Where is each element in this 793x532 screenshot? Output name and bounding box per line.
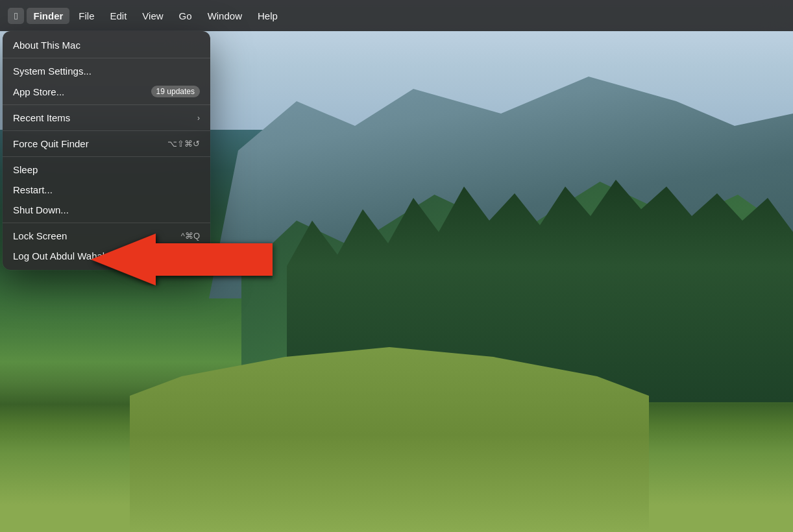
- menubar-help[interactable]: Help: [251, 8, 284, 24]
- menu-item-shutdown[interactable]: Shut Down...: [3, 200, 210, 220]
- menubar-edit[interactable]: Edit: [104, 8, 134, 24]
- menu-separator-1: [3, 58, 210, 58]
- menu-item-sleep[interactable]: Sleep: [3, 160, 210, 180]
- menu-item-recent-items[interactable]: Recent Items ›: [3, 108, 210, 128]
- menubar-view[interactable]: View: [136, 8, 169, 24]
- menu-item-lock-screen[interactable]: Lock Screen ^⌘Q: [3, 226, 210, 246]
- app-store-badge: 19 updates: [151, 86, 200, 97]
- menu-item-about[interactable]: About This Mac: [3, 35, 210, 55]
- apple-menu-dropdown: About This Mac System Settings... App St…: [3, 31, 210, 270]
- menubar-items:  Finder File Edit View Go Window Help: [8, 8, 785, 24]
- menu-separator-3: [3, 130, 210, 131]
- menubar-go[interactable]: Go: [173, 8, 199, 24]
- force-quit-shortcut: ⌥⇧⌘↺: [167, 139, 200, 149]
- menu-item-force-quit[interactable]: Force Quit Finder ⌥⇧⌘↺: [3, 134, 210, 154]
- menu-item-logout[interactable]: Log Out Abdul Wahab... ⇧⌘Q: [3, 246, 210, 266]
- apple-logo: : [14, 10, 18, 21]
- menu-item-restart[interactable]: Restart...: [3, 180, 210, 200]
- menubar-apple[interactable]: : [8, 8, 24, 24]
- menu-item-system-settings[interactable]: System Settings...: [3, 61, 210, 81]
- lock-screen-shortcut: ^⌘Q: [181, 231, 200, 241]
- menubar:  Finder File Edit View Go Window Help: [0, 0, 793, 31]
- menubar-finder[interactable]: Finder: [27, 8, 69, 24]
- menu-separator-4: [3, 156, 210, 157]
- menubar-window[interactable]: Window: [201, 8, 249, 24]
- logout-shortcut: ⇧⌘Q: [178, 251, 200, 261]
- menubar-file[interactable]: File: [72, 8, 101, 24]
- menu-item-app-store[interactable]: App Store... 19 updates: [3, 81, 210, 102]
- menu-separator-5: [3, 223, 210, 223]
- recent-items-chevron: ›: [197, 114, 200, 123]
- menu-separator-2: [3, 104, 210, 105]
